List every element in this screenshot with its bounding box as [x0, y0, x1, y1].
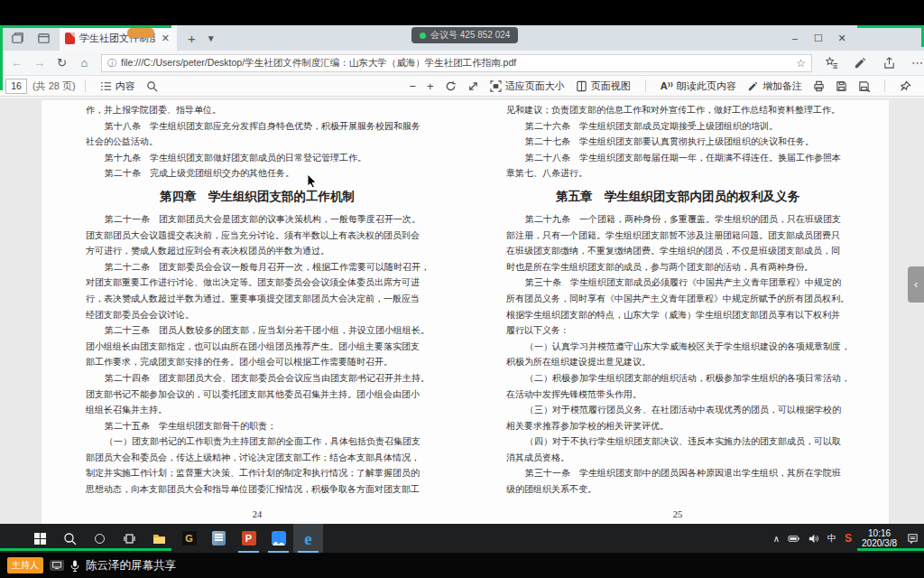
print-button[interactable] — [808, 80, 830, 92]
screen-share-icon[interactable] — [50, 560, 64, 571]
sidebar-collapse-handle[interactable]: ‹ — [908, 266, 924, 303]
full-screen-button[interactable] — [462, 80, 485, 92]
refresh-icon[interactable]: ↻ — [51, 56, 73, 70]
search-icon — [63, 532, 77, 545]
address-input[interactable]: ⓘ file:///C:/Users/peter/Desktop/学生社团文件制… — [101, 54, 812, 72]
set-tabs-aside-icon[interactable] — [11, 32, 24, 45]
document-app-icon — [212, 531, 226, 545]
folder-icon — [152, 532, 166, 545]
hub-favorites-icon[interactable] — [825, 56, 838, 70]
document-text-line: 第三十一条 学生组织团支部中的团员因各种原因退出学生组织，其所在学院班 — [506, 465, 849, 481]
document-text-line: 级的团组织关系不变。 — [506, 481, 849, 498]
browser-tab-active[interactable]: 学生社团文件制度汇编: ✕ — [60, 25, 177, 51]
taskbar-clock[interactable]: 10:16 2020/3/8 — [862, 528, 897, 549]
document-text-line: 见和建议；负责团支部的信息工作和对外宣传工作，做好工作总结和资料整理工作。 — [506, 102, 849, 118]
document-text-line: 第十八条 学生组织团支部应充分发挥自身特色优势，积极开展服务校园和服务 — [86, 118, 429, 135]
new-tab-button[interactable]: + — [188, 31, 196, 46]
document-text-line: 部工作要求，完成团支部安排的任务。团小组会可以根据工作需要随时召开。 — [86, 354, 429, 370]
microphone-icon[interactable] — [70, 560, 79, 572]
notes-app-button[interactable] — [204, 524, 234, 553]
pdf-file-icon — [65, 33, 75, 44]
volume-icon[interactable] — [808, 533, 819, 545]
edge-browser-button[interactable]: e — [293, 524, 323, 553]
sogou-input-icon[interactable]: S — [845, 532, 852, 545]
document-text-line: 团支部书记不能参加会议的，可以委托团支部其他委员召集并主持。团小组会由团小 — [86, 387, 429, 403]
fit-page-button[interactable]: 适应页面大小 — [485, 79, 570, 93]
document-text-line: 第二十二条 团支部委员会会议一般每月召开一次，根据工作需要可以随时召开， — [86, 259, 429, 275]
document-text-line: 根据学生组织团支部的特点，山东大学（威海）学生组织团支部团员享有以下权利并 — [506, 307, 849, 323]
document-text-line: （三）对于模范履行团员义务、在社团活动中表现优秀的团员，可以根据学校的 — [506, 402, 849, 418]
divider — [85, 79, 86, 92]
task-view-icon — [123, 532, 136, 545]
document-text-line: 所有团员义务，同时享有《中国共产主义青年团章程》中规定所赋予的所有团员权利。 — [506, 291, 849, 307]
document-text-line: 思想动态，向本支部团员大会和指导单位团委汇报情况，积极争取各方面对团支部工 — [86, 481, 429, 498]
window-close-button[interactable]: ✕ — [830, 25, 854, 51]
pin-toolbar-button[interactable] — [894, 80, 917, 92]
battery-icon[interactable] — [788, 533, 799, 545]
forward-icon[interactable]: → — [28, 56, 51, 70]
document-text-line: 对团支部重要工作进行讨论、做出决定等。团支部委员会会议须全体委员出席方可进 — [86, 275, 429, 291]
add-note-button[interactable]: 增加备注 — [742, 79, 808, 93]
tab-preview-icon[interactable] — [37, 32, 51, 45]
save-as-button[interactable] — [853, 80, 875, 92]
document-text-line: 团支部团员大会议题提交表决前，应当充分讨论。须有半数以上有表决权的团员到会 — [86, 228, 429, 244]
meeting-shared-screen: 学生社团文件制度汇编: ✕ + ▼ – ☐ ✕ ← → ↻ ⌂ ⓘ file:/… — [0, 0, 924, 578]
powerpoint-button[interactable]: P — [234, 524, 263, 553]
document-text-line: 第二十九条 一个团籍，两种身份，多重覆盖。学生组织的团员，只在班级团支 — [506, 211, 849, 228]
page-number-footer: 24 — [86, 509, 429, 519]
document-text-line: 部团员大会和委员会，传达上级精神，讨论决定团支部工作；结合本支部具体情况， — [86, 450, 429, 466]
share-icon[interactable] — [882, 56, 896, 70]
zoom-out-button[interactable]: − — [404, 80, 422, 92]
document-text-line: 第十九条 学生组织团支部做好团支部成员的日常登记管理工作。 — [86, 150, 429, 166]
pdf-content-area[interactable]: 作，并上报学院团委、指导单位。 第十八条 学生组织团支部应充分发挥自身特色优势，… — [0, 98, 924, 524]
zoom-in-button[interactable]: + — [421, 80, 439, 92]
share-border-bottom-left — [0, 548, 171, 551]
tab-close-icon[interactable]: ✕ — [160, 33, 171, 44]
g-app-button[interactable]: G — [174, 524, 204, 553]
document-text-line: 在班级团支部缴纳，不重复缴纳团费。学生组织的团员，不仅是班级团支部成员，同 — [506, 243, 849, 259]
divider — [884, 79, 885, 92]
document-text-line: （一）认真学习并模范遵守山东大学威海校区关于学生组织建设的各项规章制度， — [506, 339, 849, 355]
add-favorite-star-icon[interactable]: ☆ — [796, 57, 806, 70]
read-aloud-button[interactable]: A⁾⁾ 朗读此页内容 — [655, 79, 742, 93]
tab-list-dropdown-icon[interactable]: ▼ — [207, 33, 216, 43]
search-button[interactable] — [141, 80, 163, 92]
document-text-line: （四）对于不执行学生组织团支部决议、违反本实施办法的团支部成员，可以取 — [506, 434, 849, 450]
mouse-cursor — [307, 173, 318, 189]
page-view-button[interactable]: 页面视图 — [570, 79, 636, 93]
document-text-line: 积极为所在组织建设提出意见建议。 — [506, 354, 849, 370]
document-text-line: 制定并实施工作计划；监督重大决策、工作计划的制定和执行情况；了解掌握团员的 — [86, 465, 429, 481]
url-text: file:///C:/Users/peter/Desktop/学生社团文件制度汇… — [121, 57, 791, 70]
save-button[interactable] — [830, 80, 853, 92]
document-text-line: 行，表决赞成人数超过半数为通过。重要事项提交团支部团员大会决定前，一般应当 — [86, 291, 429, 307]
document-text-line: 第二十条 完成上级党团组织交办的其他任务。 — [86, 165, 429, 182]
contents-button[interactable]: 内容 — [95, 79, 141, 93]
more-menu-icon[interactable]: ⋯ — [911, 56, 924, 70]
page-info-icon[interactable]: ⓘ — [107, 57, 116, 70]
powerpoint-icon: P — [242, 531, 256, 545]
document-text-line: 第二十三条 团员人数较多的团支部，应当划分若干团小组，并设立团小组组长。 — [86, 322, 429, 339]
meeting-app-button[interactable] — [263, 524, 293, 553]
back-icon[interactable]: ← — [5, 56, 28, 70]
meeting-id-pill[interactable]: 会议号 425 852 024 — [411, 27, 518, 43]
meeting-id-label: 会议号 425 852 024 — [430, 29, 510, 42]
ime-language-icon[interactable]: 中 — [827, 532, 836, 545]
home-icon[interactable]: ⌂ — [73, 56, 96, 70]
meeting-float-indicator[interactable] — [127, 28, 154, 38]
pdf-page-25: 见和建议；负责团支部的信息工作和对外宣传工作，做好工作总结和资料整理工作。 第二… — [506, 102, 849, 498]
rotate-button[interactable] — [439, 80, 462, 92]
action-center-icon[interactable] — [907, 533, 919, 545]
document-text-line: 第二十八条 学生组织团支部每届任期一年，任期满不得连任。换届工作参照本 — [506, 150, 849, 166]
window-minimize-button[interactable]: – — [783, 25, 807, 51]
note-pen-icon — [747, 80, 759, 92]
tray-overflow-chevron-icon[interactable]: ∧ — [773, 534, 780, 544]
window-maximize-button[interactable]: ☐ — [807, 25, 830, 51]
document-text-line: 作，并上报学院团委、指导单位。 — [86, 102, 429, 118]
meeting-live-dot-icon — [420, 33, 426, 39]
page-number-input[interactable] — [5, 79, 27, 94]
document-text-line: 第二十七条 学生组织团支部要认真贯彻执行上级团组织的决议和任务。 — [506, 134, 849, 150]
pdf-page-spread: 作，并上报学院团委、指导单位。 第十八条 学生组织团支部应充分发挥自身特色优势，… — [42, 100, 889, 524]
document-text-line: 第五章 学生组织团支部内团员的权利及义务 — [506, 184, 849, 210]
web-note-pen-icon[interactable] — [854, 56, 867, 70]
document-text-line: 第二十六条 学生组织团支部成员定期接受上级团组织的培训。 — [506, 118, 849, 135]
